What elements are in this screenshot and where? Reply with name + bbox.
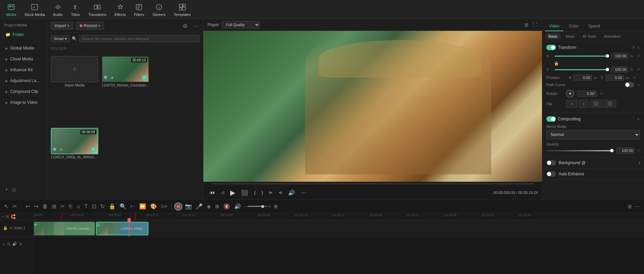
sidebar-item-folder[interactable]: 📁 Folder <box>1 30 46 40</box>
scale-x-reset[interactable]: ↺ <box>637 54 640 58</box>
media-thumb-2[interactable]: 00:00:09 🔍 👁 ✓ 1106514_1080p_4k_3840x216… <box>51 128 98 196</box>
tl-speed-btn[interactable]: ⏩ <box>138 202 147 210</box>
subtab-animation[interactable]: Animation <box>601 33 624 40</box>
preview-progress-bar[interactable] <box>212 183 534 184</box>
media-thumb-1[interactable]: 00:00:10 🔍 👁 ✓ 1166793_Woman_Caucasian..… <box>102 56 149 124</box>
skip-back-btn[interactable]: ⏮ <box>207 189 217 196</box>
tl-bottom-eye-btn[interactable]: 👁 <box>19 242 23 247</box>
toolbar-audio[interactable]: Audio <box>50 1 66 18</box>
smart-button[interactable]: Smart ▾ <box>51 35 70 42</box>
tl-text-btn[interactable]: T <box>83 203 89 210</box>
scale-y-reset[interactable]: ↺ <box>637 67 640 72</box>
compositing-toggle[interactable] <box>546 116 556 122</box>
position-y-input[interactable] <box>605 75 624 81</box>
auto-enhance-toggle[interactable] <box>546 171 556 177</box>
thumb-box-2[interactable]: 00:00:09 🔍 👁 ✓ <box>51 128 98 154</box>
clip-2[interactable]: ▶ 1106514_1080p_4k_3840x2160 <box>96 222 148 235</box>
audio-btn[interactable]: 🔊 <box>286 189 297 197</box>
tl-lock-btn[interactable]: 🔒 <box>107 202 117 210</box>
toolbar-templates[interactable]: Templates <box>170 1 194 18</box>
tl-settings-btn[interactable]: ⋯ <box>633 202 641 210</box>
play-btn[interactable]: ▶ <box>228 188 237 197</box>
tab-speed[interactable]: Speed <box>584 22 604 31</box>
grid-btn[interactable]: ⊞ <box>6 214 9 219</box>
transform-collapse-icon[interactable]: ∧ <box>637 45 640 50</box>
path-curve-reset[interactable]: ↺ <box>637 83 640 87</box>
scale-x-slider[interactable] <box>555 56 609 57</box>
sidebar-item-influence-kit[interactable]: ▶ Influence Kit <box>1 65 46 75</box>
background-toggle[interactable] <box>546 160 556 165</box>
subtab-ai-tools[interactable]: AI Tools <box>579 33 599 40</box>
tl-options-icon[interactable]: ⊞ <box>628 204 632 209</box>
tl-select-btn[interactable]: ↖ <box>3 202 10 210</box>
flip-vertical-btn[interactable]: ↕ <box>579 100 588 108</box>
flip-3-btn[interactable]: ⬛ <box>590 100 602 108</box>
position-reset[interactable]: ↺ <box>633 76 636 80</box>
tl-split-btn[interactable]: ⊢ <box>129 202 137 210</box>
import-thumb-box[interactable]: + <box>51 56 98 82</box>
append-btn[interactable]: ⊲ <box>277 190 284 196</box>
opacity-slider[interactable] <box>546 150 614 151</box>
toolbar-titles[interactable]: T Titles <box>67 1 84 18</box>
mark-out-btn[interactable]: } <box>260 190 265 196</box>
sidebar-item-global-media[interactable]: ▶ Global Media <box>1 43 46 53</box>
track-hide-btn[interactable]: 👁 <box>9 226 13 231</box>
tl-audio-btn[interactable]: ♫ <box>75 203 82 210</box>
tl-undo-btn[interactable]: ↩ <box>24 202 31 210</box>
tl-color-btn[interactable]: 🎨 <box>149 202 158 210</box>
preview-grid-btn[interactable]: ⊞ <box>524 21 529 28</box>
toolbar-transitions[interactable]: Transitions <box>85 1 110 18</box>
import-media-thumb[interactable]: + Import Media <box>51 56 98 124</box>
tl-redo-btn[interactable]: ↪ <box>33 202 40 210</box>
toolbar-stock-media[interactable]: Stock Media <box>21 1 48 18</box>
tl-bottom-icon-btn[interactable]: ⊞ <box>7 241 11 247</box>
preview-canvas[interactable] <box>203 31 542 182</box>
transform-reset[interactable]: ↺ <box>631 45 635 50</box>
more-ctrl-btn[interactable]: ⋯ <box>299 189 308 197</box>
tl-delete-btn[interactable]: 🗑 <box>41 203 49 210</box>
rotate-reset[interactable]: ↺ <box>600 92 603 96</box>
subtab-basic[interactable]: Basic <box>545 33 561 40</box>
more-button[interactable]: ⋯ <box>192 22 200 30</box>
tl-cut-btn[interactable]: ✂ <box>59 202 66 210</box>
sidebar-item-adjustment[interactable]: ▶ Adjustment La... <box>1 76 46 86</box>
magnet-btn[interactable]: 🧲 <box>11 214 16 219</box>
tl-bottom-speaker-btn[interactable]: 🔊 <box>12 241 17 247</box>
clip-1[interactable]: ▶ 1166793_Woman_Caucasian_4096x... <box>34 222 95 235</box>
sidebar-collapse-btn[interactable]: ⊟ <box>11 185 17 194</box>
track-lock-btn[interactable]: 🔒 <box>3 226 8 231</box>
scale-y-input[interactable] <box>611 66 628 73</box>
tl-bottom-add-btn[interactable]: + <box>2 241 5 247</box>
transform-toggle[interactable] <box>546 45 556 50</box>
tl-zoom-btn[interactable]: 🔍 <box>118 202 128 210</box>
tl-insert-btn[interactable]: ⊕ <box>214 202 221 210</box>
scale-x-input[interactable] <box>611 53 628 59</box>
subtab-mask[interactable]: Mask <box>562 33 578 40</box>
tl-record-btn[interactable] <box>174 202 182 211</box>
tl-rotate-btn[interactable]: ↻ <box>99 202 106 210</box>
toolbar-stickers[interactable]: Stickers <box>149 1 169 18</box>
tl-mute-btn[interactable]: 🔇 <box>222 202 232 210</box>
search-input[interactable] <box>79 35 200 42</box>
tl-add-track-btn[interactable]: ⊕ <box>272 202 279 210</box>
flip-4-btn[interactable]: ⬛ <box>604 100 616 108</box>
add-track-btn[interactable]: + <box>2 214 4 219</box>
tl-mic-btn[interactable]: 🎤 <box>195 202 204 210</box>
opacity-reset[interactable]: ↺ <box>637 149 640 153</box>
tl-crop-btn[interactable]: ⊡ <box>90 202 98 210</box>
step-back-btn[interactable]: ◁ <box>219 190 226 196</box>
compositing-collapse-icon[interactable]: ∧ <box>637 117 640 121</box>
tab-video[interactable]: Video <box>545 22 563 31</box>
tab-color[interactable]: Color <box>565 22 583 31</box>
toolbar-effects[interactable]: Effects <box>111 1 129 18</box>
path-curve-toggle[interactable] <box>625 82 634 87</box>
rotate-input[interactable] <box>577 91 597 97</box>
tl-marker-btn[interactable]: ◈ <box>205 202 212 210</box>
scale-y-slider[interactable] <box>555 69 609 70</box>
tl-more-btn[interactable]: >> <box>160 203 169 210</box>
sidebar-item-compound-clip[interactable]: ▶ Compound Clip <box>1 86 46 97</box>
quality-select[interactable]: Full Quality Half Quality Quarter Qualit… <box>222 21 260 28</box>
timeline-content[interactable]: 00:00 00:04:25 00:09:20 00:14:15 00:19:1… <box>34 213 644 274</box>
mark-in-btn[interactable]: { <box>252 190 258 196</box>
filter-button[interactable]: ⚙ <box>181 22 189 30</box>
